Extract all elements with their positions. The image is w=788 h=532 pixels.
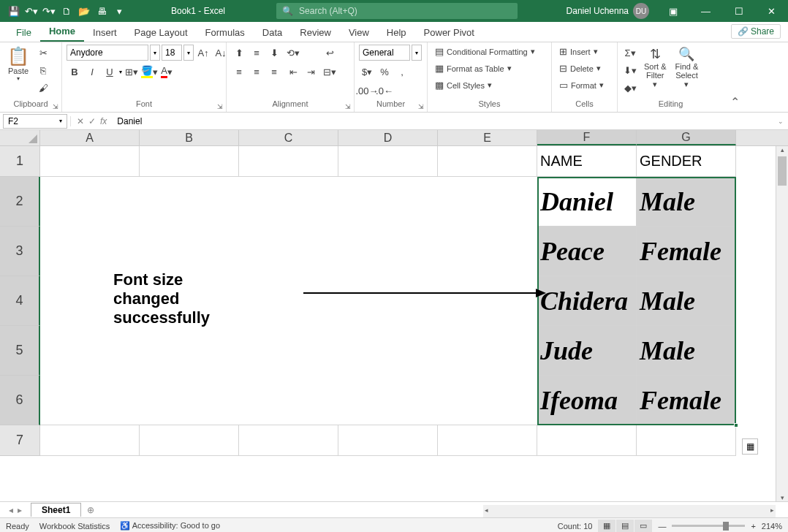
decrease-indent-icon[interactable]: ⇤: [285, 64, 301, 80]
accessibility-status[interactable]: ♿ Accessibility: Good to go: [120, 521, 220, 531]
search-box[interactable]: 🔍 Search (Alt+Q): [276, 3, 518, 19]
alignment-launcher-icon[interactable]: ⇲: [345, 103, 351, 110]
cell[interactable]: [140, 425, 239, 456]
scroll-thumb[interactable]: [778, 156, 787, 186]
accounting-icon[interactable]: $▾: [359, 64, 375, 80]
font-size-dropdown[interactable]: ▾: [183, 45, 194, 61]
wrap-text-icon[interactable]: ↩: [322, 45, 338, 61]
cell[interactable]: [438, 146, 537, 177]
clipboard-launcher-icon[interactable]: ⇲: [53, 103, 58, 110]
bold-button[interactable]: B: [67, 64, 83, 80]
share-button[interactable]: 🔗 Share: [731, 24, 781, 39]
sheet-nav-prev-icon[interactable]: ◂: [9, 505, 13, 515]
font-launcher-icon[interactable]: ⇲: [217, 103, 223, 110]
percent-icon[interactable]: %: [376, 64, 393, 80]
cell[interactable]: [40, 146, 140, 177]
save-icon[interactable]: 💾: [6, 3, 22, 19]
tab-review[interactable]: Review: [291, 23, 340, 42]
cell-g5[interactable]: Male: [637, 326, 736, 376]
cell[interactable]: [140, 146, 239, 177]
cell[interactable]: [239, 146, 338, 177]
align-left-icon[interactable]: ≡: [231, 64, 247, 80]
horizontal-scrollbar[interactable]: ◂ ▸: [483, 505, 776, 517]
align-center-icon[interactable]: ≡: [249, 64, 265, 80]
tab-power-pivot[interactable]: Power Pivot: [415, 23, 483, 42]
vertical-scrollbar[interactable]: ▴ ▾: [776, 146, 788, 501]
autosum-icon[interactable]: Σ▾: [622, 45, 638, 61]
row-header-2[interactable]: 2: [0, 177, 40, 227]
formula-input[interactable]: Daniel: [113, 116, 778, 126]
fill-handle[interactable]: [734, 423, 738, 428]
collapse-ribbon-icon[interactable]: ⌃: [724, 42, 746, 112]
orientation-icon[interactable]: ⟲▾: [285, 45, 301, 61]
italic-button[interactable]: I: [84, 64, 100, 80]
tab-help[interactable]: Help: [378, 23, 415, 42]
zoom-in-icon[interactable]: +: [751, 522, 755, 531]
font-name-dropdown[interactable]: ▾: [150, 45, 160, 61]
row-header-3[interactable]: 3: [0, 227, 40, 276]
col-header-c[interactable]: C: [239, 130, 338, 145]
qat-customize-icon[interactable]: ▾: [111, 3, 127, 19]
enter-formula-icon[interactable]: ✓: [88, 116, 96, 126]
redo-icon[interactable]: ↷▾: [41, 3, 57, 19]
tab-home[interactable]: Home: [40, 22, 84, 42]
name-box[interactable]: F2▾: [3, 114, 67, 129]
format-cells-button[interactable]: ▭Format ▾: [556, 78, 607, 92]
cell-g2[interactable]: Male: [637, 177, 736, 227]
fill-color-icon[interactable]: 🪣▾: [141, 64, 157, 80]
maximize-button[interactable]: ☐: [722, 0, 755, 22]
number-launcher-icon[interactable]: ⇲: [418, 103, 424, 110]
increase-decimal-icon[interactable]: .00→: [359, 83, 375, 99]
cell[interactable]: [637, 425, 736, 456]
cell-g1[interactable]: GENDER: [637, 146, 736, 177]
cell-styles-button[interactable]: ▩Cell Styles ▾: [432, 78, 495, 92]
delete-cells-button[interactable]: ⊟Delete ▾: [556, 61, 604, 75]
cell-f4[interactable]: Chidera: [537, 276, 637, 326]
close-button[interactable]: ✕: [755, 0, 788, 22]
cell[interactable]: [338, 146, 438, 177]
number-format-input[interactable]: [359, 45, 410, 61]
tab-data[interactable]: Data: [254, 23, 291, 42]
sort-filter-button[interactable]: ⇅ Sort & Filter▾: [641, 45, 670, 91]
tab-insert[interactable]: Insert: [84, 23, 126, 42]
format-as-table-button[interactable]: ▦Format as Table ▾: [432, 61, 515, 75]
row-header-4[interactable]: 4: [0, 276, 40, 326]
increase-indent-icon[interactable]: ⇥: [303, 64, 319, 80]
tab-formulas[interactable]: Formulas: [197, 23, 254, 42]
zoom-slider[interactable]: [672, 525, 745, 527]
conditional-formatting-button[interactable]: ▤Conditional Formatting ▾: [432, 45, 538, 58]
row-header-6[interactable]: 6: [0, 376, 40, 425]
row-header-1[interactable]: 1: [0, 146, 40, 177]
merge-center-icon[interactable]: ⊟▾: [322, 64, 338, 80]
minimize-button[interactable]: —: [689, 0, 722, 22]
cell-f5[interactable]: Jude: [537, 326, 637, 376]
user-account[interactable]: Daniel Uchenna DU: [559, 3, 656, 19]
fill-icon[interactable]: ⬇▾: [622, 62, 638, 78]
sheet-nav-next-icon[interactable]: ▸: [18, 505, 22, 515]
view-normal-icon[interactable]: ▦: [598, 520, 615, 533]
cancel-formula-icon[interactable]: ✕: [77, 116, 84, 126]
quick-analysis-icon[interactable]: ▦: [742, 438, 758, 455]
cell-f6[interactable]: Ifeoma: [537, 376, 637, 425]
comma-icon[interactable]: ,: [394, 64, 410, 80]
zoom-level[interactable]: 214%: [762, 522, 782, 531]
cell[interactable]: [438, 425, 537, 456]
tab-page-layout[interactable]: Page Layout: [126, 23, 197, 42]
add-sheet-icon[interactable]: ⊕: [87, 505, 94, 515]
paste-button[interactable]: 📋 Paste ▾: [4, 45, 32, 83]
clear-icon[interactable]: ◆▾: [622, 80, 638, 96]
col-header-f[interactable]: F: [537, 130, 637, 145]
align-bottom-icon[interactable]: ⬇: [266, 45, 282, 61]
open-icon[interactable]: 📂: [76, 3, 92, 19]
cell[interactable]: [239, 425, 338, 456]
sheet-tab-1[interactable]: Sheet1: [31, 503, 81, 517]
cell[interactable]: [40, 425, 140, 456]
cut-icon[interactable]: ✂: [35, 45, 51, 61]
format-painter-icon[interactable]: 🖌: [35, 80, 51, 96]
zoom-out-icon[interactable]: —: [658, 522, 666, 531]
new-file-icon[interactable]: 🗋: [58, 3, 75, 19]
align-top-icon[interactable]: ⬆: [231, 45, 247, 61]
quickprint-icon[interactable]: 🖶: [94, 3, 110, 19]
font-name-input[interactable]: [67, 45, 148, 61]
col-header-e[interactable]: E: [438, 130, 537, 145]
